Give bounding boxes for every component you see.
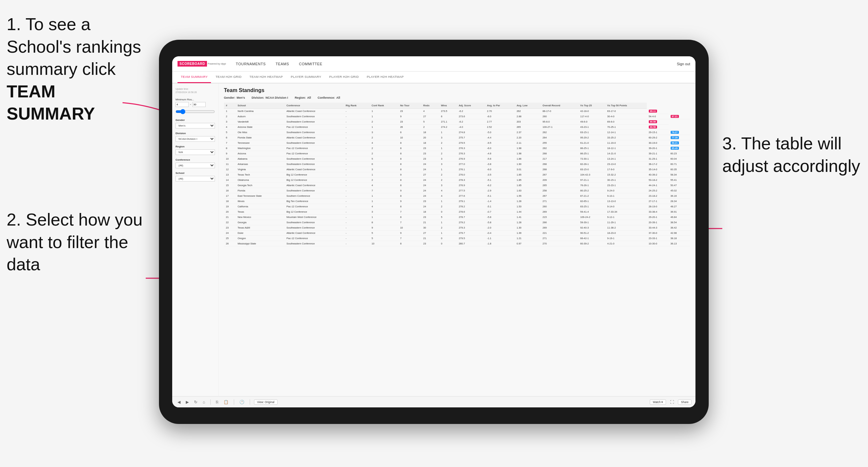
tab-team-h2h-heatmap[interactable]: TEAM H2H HEATMAP — [246, 71, 286, 83]
sidebar: Update time: 27/03/2024 16:56:26 Minimum… — [172, 84, 219, 396]
nav-teams[interactable]: TEAMS — [276, 62, 289, 66]
instruction-2-text: 2. Select how you want to filter the dat… — [7, 210, 143, 274]
instruction-3: 3. The table will adjust accordingly — [722, 132, 861, 177]
col-adj-score: Adj. Score — [457, 103, 485, 108]
logo: SCOREBOARD — [178, 61, 207, 67]
toolbar-clock[interactable]: 🕐 — [238, 399, 246, 405]
table-row: 18IllinoisBig Ten Conference-19231279.1-… — [224, 199, 690, 204]
table-row: 15Georgia TechAtlantic Coast Conference-… — [224, 183, 690, 188]
table-row: 26Mississippi StateSoutheastern Conferen… — [224, 241, 690, 246]
logo-area: SCOREBOARD Powered by clippi — [178, 61, 226, 67]
school-select[interactable]: (All) — [176, 176, 215, 182]
tab-team-h2h-grid[interactable]: TEAM H2H GRID — [212, 71, 245, 83]
col-no-tour: No Tour — [398, 103, 421, 108]
gender-select[interactable]: Men's Women's — [176, 123, 215, 128]
tab-player-h2h-grid[interactable]: PLAYER H2H GRID — [326, 71, 362, 83]
table-header: # School Conference Rtg Rank Conf Rank N… — [224, 103, 690, 108]
min-rounding-from-input[interactable] — [176, 102, 189, 107]
instruction-1-bold: TEAM SUMMARY — [7, 82, 95, 124]
view-original-button[interactable]: View: Original — [254, 399, 277, 405]
col-overall-record: Overall Record — [540, 103, 578, 108]
table-row: 7TennesseeSoutheastern Conference-481822… — [224, 141, 690, 146]
nav-tournaments[interactable]: TOURNAMENTS — [236, 62, 266, 66]
division-display: Division: NCAA Division I — [252, 96, 288, 99]
gender-filter-label: Gender — [176, 119, 215, 122]
table-row: 24DukeAtlantic Coast Conference-59271279… — [224, 230, 690, 236]
min-rounding-label: Minimum Rou... — [176, 98, 215, 101]
toolbar-expand[interactable]: ⛶ — [669, 399, 675, 405]
col-avg-par: Avg. to Par — [485, 103, 515, 108]
tablet-frame: SCOREBOARD Powered by clippi TOURNAMENTS… — [159, 40, 709, 424]
instruction-3-text: 3. The table will adjust accordingly — [722, 134, 860, 176]
region-filter-label: Region — [176, 145, 215, 148]
col-school: School — [236, 103, 284, 108]
instruction-1-text: 1. To see a School's rankings summary cl… — [7, 14, 141, 79]
conference-select[interactable]: (All) — [176, 163, 215, 168]
table-row: 23Texas A&MSoutheastern Conference-91030… — [224, 225, 690, 230]
rounding-slider[interactable] — [176, 109, 215, 114]
nav-bar: SCOREBOARD Powered by clippi TOURNAMENTS… — [172, 56, 695, 71]
nav-items: TOURNAMENTS TEAMS COMMITTEE — [236, 62, 677, 66]
bottom-toolbar: ◀ ▶ ↻ ⌂ ⎘ 📋 🕐 View: Original Watch ▾ ⛶ S… — [172, 396, 695, 407]
tab-team-summary[interactable]: TEAM SUMMARY — [178, 71, 211, 83]
conference-filter-label: Conference — [176, 158, 215, 161]
col-rtg-rank: Rtg Rank — [344, 103, 370, 108]
col-conf-rank: Conf Rank — [370, 103, 398, 108]
col-conference: Conference — [284, 103, 344, 108]
toolbar-home[interactable]: ⌂ — [202, 399, 206, 405]
region-display: Region: All — [295, 96, 311, 99]
tablet-screen: SCOREBOARD Powered by clippi TOURNAMENTS… — [172, 56, 695, 407]
instruction-2: 2. Select how you want to filter the dat… — [7, 209, 146, 276]
col-rank: # — [224, 103, 236, 108]
tab-player-summary[interactable]: PLAYER SUMMARY — [287, 71, 324, 83]
table-row: 22GeorgiaSoutheastern Conference-8721127… — [224, 220, 690, 225]
table-row: 20TexasBig 12 Conference-37180278.6-0.71… — [224, 209, 690, 215]
school-filter-label: School — [176, 172, 215, 175]
table-row: 9ArizonaPac-12 Conference-28232276.3-4.6… — [224, 151, 690, 156]
update-time: Update time: 27/03/2024 16:56:26 — [176, 88, 215, 94]
sign-out-link[interactable]: Sign out — [677, 62, 690, 66]
table-row: 6Florida StateAtlantic Coast Conference-… — [224, 135, 690, 141]
toolbar-sep-2 — [234, 399, 234, 405]
main-content: Update time: 27/03/2024 16:56:26 Minimum… — [172, 84, 695, 396]
table-row: 10AlabamaSoutheastern Conference-5823327… — [224, 156, 690, 162]
col-vs-top50: Vs Top 50 Points — [606, 103, 647, 108]
table-body: 1North CarolinaAtlantic Coast Conference… — [224, 108, 690, 246]
col-wins: Wins — [439, 103, 457, 108]
watch-button[interactable]: Watch ▾ — [650, 399, 666, 405]
standings-table: # School Conference Rtg Rank Conf Rank N… — [224, 103, 690, 246]
table-row: 11ArkansasSoutheastern Conference-682432… — [224, 162, 690, 167]
table-row: 2AuburnSoutheastern Conference-19276273.… — [224, 114, 690, 119]
toolbar-paste[interactable]: 📋 — [222, 399, 230, 405]
col-rnds: Rnds — [421, 103, 439, 108]
col-avg-low: Avg. Low — [515, 103, 540, 108]
division-select[interactable]: NCAA Division I NCAA Division II NCAA Di… — [176, 136, 215, 142]
table-row: 21New MexicoMountain West Conference-182… — [224, 215, 690, 220]
toolbar-forward[interactable]: ▶ — [184, 399, 190, 405]
gender-display: Gender: Men's — [224, 96, 245, 99]
table-row: 17East Tennessee StateSouthern Conferenc… — [224, 193, 690, 199]
table-row: 13Texas TechBig 12 Conference-19272276.0… — [224, 172, 690, 178]
table-row: 25OregonPac-12 Conference-57210279.5-1.1… — [224, 236, 690, 241]
sub-nav: TEAM SUMMARY TEAM H2H GRID TEAM H2H HEAT… — [172, 71, 695, 84]
tab-player-h2h-heatmap[interactable]: PLAYER H2H HEATMAP — [363, 71, 407, 83]
region-select[interactable]: N/A All — [176, 149, 215, 155]
table-row: 19CaliforniaPac-12 Conference-48242278.2… — [224, 204, 690, 209]
table-title: Team Standings — [224, 88, 690, 93]
division-filter-label: Division — [176, 132, 215, 135]
nav-committee[interactable]: COMMITTEE — [299, 62, 322, 66]
share-button[interactable]: Share — [678, 399, 691, 405]
toolbar-reload[interactable]: ↻ — [193, 399, 199, 405]
table-row: 8WashingtonPac-12 Conference-28231276.3-… — [224, 146, 690, 151]
min-rounding-to-input[interactable] — [192, 102, 206, 107]
table-row: 1North CarolinaAtlantic Coast Conference… — [224, 108, 690, 114]
toolbar-back[interactable]: ◀ — [176, 399, 182, 405]
logo-sub: Powered by clippi — [208, 63, 226, 65]
table-row: 16FloridaSoutheastern Conference-7924427… — [224, 188, 690, 193]
table-row: 14OklahomaBig 12 Conference-28242278.3-5… — [224, 178, 690, 183]
table-row: 5Ole MissSoutheastern Conference-3618127… — [224, 130, 690, 135]
toolbar-sep-1 — [210, 399, 211, 405]
toolbar-copy[interactable]: ⎘ — [215, 399, 220, 405]
table-row: 12VirginiaAtlantic Coast Conference-3824… — [224, 167, 690, 172]
col-vs-top25: Vs Top 25 — [578, 103, 606, 108]
